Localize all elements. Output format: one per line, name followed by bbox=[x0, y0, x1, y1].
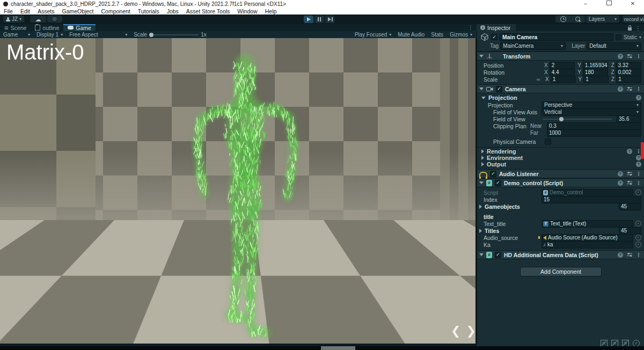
minimize-button[interactable]: – bbox=[580, 0, 591, 8]
audio-source-field[interactable]: Audio Source (Audio Source) bbox=[541, 234, 633, 242]
tabstrip-menu-icon[interactable]: ⋮ bbox=[468, 25, 473, 31]
tag-dropdown[interactable]: MainCamera ▾ bbox=[500, 42, 566, 50]
preset-icon[interactable] bbox=[627, 54, 632, 59]
gizmos-dropdown[interactable]: Gizmos ▾ bbox=[450, 32, 472, 38]
cloud-button[interactable]: ☁ bbox=[30, 16, 46, 23]
inspector-menu-icon[interactable]: ⋮ bbox=[635, 25, 641, 31]
fov-slider[interactable] bbox=[543, 119, 612, 120]
index-field[interactable]: 15 bbox=[541, 196, 641, 203]
gameobjects-count-field[interactable]: 45 bbox=[619, 203, 641, 210]
rotation-z-field[interactable]: 0.002 bbox=[616, 69, 641, 76]
kebab-icon[interactable]: ⋮ bbox=[636, 53, 641, 59]
demo-control-checkbox[interactable]: ✓ bbox=[495, 180, 501, 186]
menu-asset-store-tools[interactable]: Asset Store Tools bbox=[186, 8, 230, 14]
account-button[interactable]: JZ ▾ bbox=[3, 16, 24, 23]
preset-icon[interactable] bbox=[627, 87, 632, 91]
fov-value-field[interactable]: 35.6 bbox=[617, 115, 641, 123]
active-checkbox[interactable]: ✓ bbox=[491, 34, 497, 40]
output-foldout[interactable]: Output ? bbox=[477, 161, 644, 167]
settings-button[interactable]: ⚙ bbox=[47, 16, 62, 23]
titles-row[interactable]: Titles 45 bbox=[477, 227, 644, 234]
kebab-icon[interactable]: ⋮ bbox=[636, 180, 641, 186]
layout-dropdown[interactable]: record video ▾ bbox=[623, 16, 644, 23]
position-y-field[interactable]: 1.165934 bbox=[583, 62, 609, 69]
rotation-y-field[interactable]: 180 bbox=[583, 69, 609, 76]
help-icon[interactable]: ? bbox=[627, 149, 632, 154]
preset-icon[interactable] bbox=[627, 181, 632, 185]
fov-slider-thumb[interactable] bbox=[559, 117, 564, 121]
projection-dropdown[interactable]: Perspective ▾ bbox=[541, 101, 641, 109]
camera-enabled-checkbox[interactable]: ✓ bbox=[496, 86, 502, 92]
projection-section-header[interactable]: Projection ? bbox=[477, 94, 644, 101]
scale-slider[interactable] bbox=[149, 34, 199, 35]
play-button[interactable] bbox=[304, 16, 313, 23]
physical-camera-checkbox[interactable] bbox=[545, 138, 551, 145]
gameobject-name-field[interactable]: Main Camera bbox=[500, 33, 613, 41]
menu-file[interactable]: File bbox=[4, 8, 13, 14]
help-icon[interactable]: ? bbox=[618, 86, 623, 92]
scale-y-field[interactable]: 1 bbox=[583, 76, 609, 83]
audio-listener-checkbox[interactable]: ✓ bbox=[490, 171, 496, 177]
preset-icon[interactable] bbox=[627, 172, 632, 176]
tab-outline[interactable]: outline bbox=[31, 24, 63, 31]
mute-audio-toggle[interactable]: Mute Audio bbox=[398, 32, 425, 38]
prev-scene-button[interactable]: ❮ bbox=[451, 324, 460, 338]
help-icon[interactable]: ? bbox=[618, 180, 623, 186]
layer-dropdown[interactable]: Default ▾ bbox=[587, 42, 641, 50]
position-x-field[interactable]: 2 bbox=[550, 62, 575, 69]
stats-toggle[interactable]: Stats bbox=[431, 32, 443, 38]
aspect-dropdown[interactable]: Free Aspect ▾ bbox=[66, 31, 130, 38]
environment-foldout[interactable]: Environment ? bbox=[477, 155, 644, 161]
step-button[interactable] bbox=[325, 16, 335, 23]
rotation-x-field[interactable]: 4.4 bbox=[550, 69, 575, 76]
audio-listener-header[interactable]: ✓ Audio Listener ? ⋮ bbox=[477, 169, 644, 178]
lock-icon[interactable] bbox=[628, 27, 632, 31]
preset-icon[interactable] bbox=[627, 253, 632, 257]
help-icon[interactable]: ? bbox=[636, 162, 641, 167]
demo-control-header[interactable]: # ✓ Demo_control (Script) ? ⋮ bbox=[477, 178, 644, 187]
search-button[interactable] bbox=[570, 16, 585, 23]
far-field[interactable]: 1000 bbox=[547, 129, 641, 137]
layers-dropdown[interactable]: Layers ▾ bbox=[586, 16, 619, 23]
camera-header[interactable]: ✓ Camera ? ⋮ bbox=[477, 84, 644, 93]
ka-field[interactable]: ♪ ka bbox=[541, 241, 633, 249]
transform-header[interactable]: Transform ? ⋮ bbox=[477, 52, 644, 61]
menu-help[interactable]: Help bbox=[265, 8, 277, 14]
undo-history-button[interactable] bbox=[555, 16, 570, 23]
near-field[interactable]: 0.3 bbox=[547, 122, 641, 130]
hd-camera-data-header[interactable]: # ✓ HD Additional Camera Data (Script) ?… bbox=[477, 250, 644, 259]
help-icon[interactable]: ? bbox=[618, 171, 623, 177]
text-title-field[interactable]: T Text_title (Text) bbox=[541, 220, 633, 228]
kebab-icon[interactable]: ⋮ bbox=[636, 86, 641, 92]
object-picker-icon[interactable] bbox=[635, 221, 641, 227]
menu-window[interactable]: Window bbox=[237, 8, 257, 14]
game-viewport[interactable]: Matrix-0 ❮ ❯ bbox=[0, 38, 477, 344]
tab-inspector[interactable]: i Inspector bbox=[477, 24, 516, 31]
menu-assets[interactable]: Assets bbox=[38, 8, 55, 14]
kebab-icon[interactable]: ⋮ bbox=[636, 171, 641, 177]
menu-edit[interactable]: Edit bbox=[20, 8, 30, 14]
menu-component[interactable]: Component bbox=[101, 8, 130, 14]
gameobjects-row[interactable]: Gameobjects 45 bbox=[477, 203, 644, 210]
static-dropdown-icon[interactable]: ▾ bbox=[639, 35, 641, 40]
static-checkbox[interactable] bbox=[616, 34, 621, 40]
display-dropdown[interactable]: Display 1 ▾ bbox=[33, 31, 66, 38]
add-component-button[interactable]: Add Component bbox=[520, 267, 602, 276]
taskbar-active-app[interactable] bbox=[321, 346, 355, 350]
hd-camera-checkbox[interactable]: ✓ bbox=[495, 252, 501, 258]
close-button[interactable]: ✕ bbox=[627, 0, 639, 8]
position-z-field[interactable]: 3.32 bbox=[616, 62, 641, 69]
scale-slider-thumb[interactable] bbox=[149, 33, 153, 37]
rendering-foldout[interactable]: Rendering ?⋮ bbox=[477, 147, 644, 155]
scale-x-field[interactable]: 1 bbox=[551, 76, 576, 83]
fov-axis-dropdown[interactable]: Vertical ▾ bbox=[541, 108, 641, 116]
tab-scene[interactable]: ⊞ Scene bbox=[0, 24, 31, 31]
menu-jobs[interactable]: Jobs bbox=[167, 8, 179, 14]
play-focused-dropdown[interactable]: Play Focused ▾ bbox=[355, 32, 392, 38]
next-scene-button[interactable]: ❯ bbox=[466, 324, 475, 338]
pause-button[interactable] bbox=[314, 16, 324, 23]
help-icon[interactable]: ? bbox=[636, 95, 641, 100]
titles-count-field[interactable]: 45 bbox=[619, 227, 641, 235]
object-picker-icon[interactable] bbox=[635, 189, 641, 195]
tab-game[interactable]: Game bbox=[63, 24, 96, 31]
